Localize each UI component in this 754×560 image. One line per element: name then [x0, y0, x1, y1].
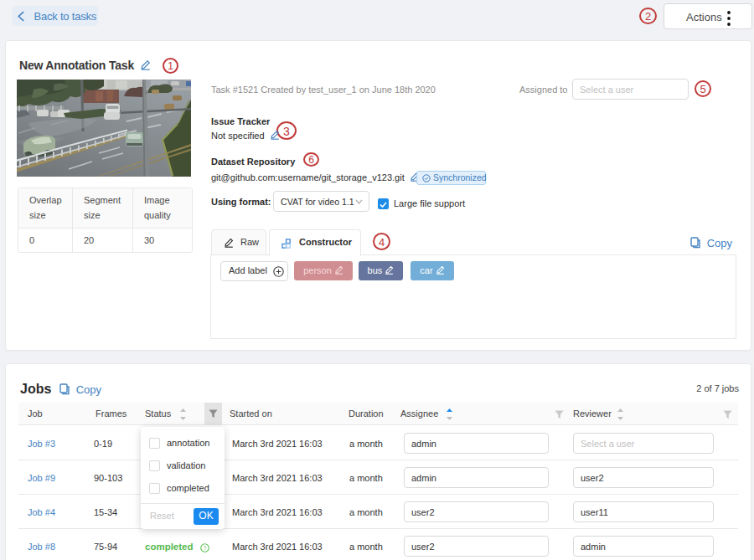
svg-text:?: ?	[204, 545, 207, 551]
